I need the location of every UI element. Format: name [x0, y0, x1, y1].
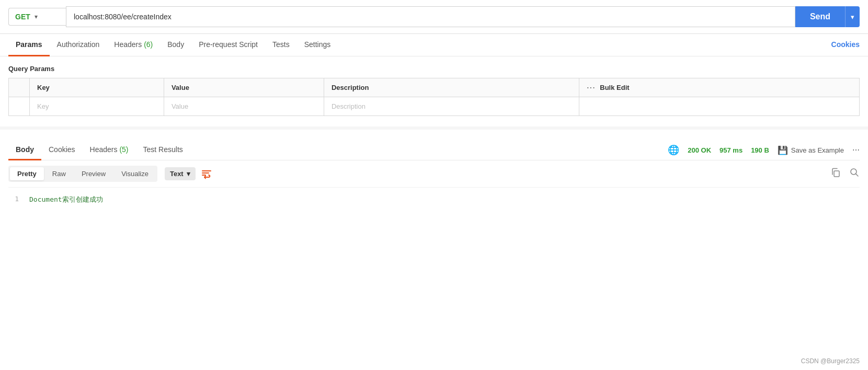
row-description[interactable]: Description	[324, 97, 579, 116]
format-bar: Pretty Raw Preview Visualize Text ▾	[8, 160, 860, 188]
url-bar: GET ▾ Send ▾	[0, 0, 868, 34]
text-chevron-icon: ▾	[187, 170, 190, 178]
globe-icon: 🌐	[668, 144, 679, 156]
save-as-example-button[interactable]: 💾 Save as Example	[778, 145, 844, 155]
section-divider	[0, 126, 868, 130]
format-tab-visualize[interactable]: Visualize	[114, 167, 156, 180]
tab-pre-request[interactable]: Pre-request Script	[191, 34, 265, 56]
method-selector[interactable]: GET ▾	[8, 8, 66, 26]
copy-button[interactable]	[830, 167, 841, 180]
response-tab-cookies[interactable]: Cookies	[41, 140, 83, 160]
response-size: 190 B	[751, 146, 769, 154]
description-col-header: Description	[324, 78, 579, 97]
response-tabs-row: Body Cookies Headers (5) Test Results 🌐 …	[8, 140, 860, 160]
url-input[interactable]	[66, 6, 795, 27]
query-params-title: Query Params	[8, 65, 860, 73]
svg-rect-3	[834, 171, 839, 177]
tab-authorization[interactable]: Authorization	[50, 34, 107, 56]
format-tabs: Pretty Raw Preview Visualize	[8, 166, 157, 182]
format-tab-raw[interactable]: Raw	[45, 167, 73, 180]
tab-settings[interactable]: Settings	[297, 34, 338, 56]
headers-badge: (6)	[144, 40, 153, 49]
line-content-1: Document索引创建成功	[29, 195, 103, 204]
send-dropdown-button[interactable]: ▾	[845, 6, 860, 27]
line-1: 1 Document索引创建成功	[8, 195, 860, 204]
text-type-selector[interactable]: Text ▾	[165, 167, 196, 180]
row-key[interactable]: Key	[30, 97, 164, 116]
overflow-icon[interactable]: ⋯	[852, 146, 860, 154]
format-tab-pretty[interactable]: Pretty	[10, 167, 44, 180]
svg-line-5	[856, 174, 859, 177]
tab-tests[interactable]: Tests	[265, 34, 297, 56]
tab-params[interactable]: Params	[8, 34, 50, 56]
row-bulk-edit	[579, 97, 860, 116]
search-button[interactable]	[849, 167, 860, 180]
save-icon: 💾	[778, 145, 788, 155]
action-icons	[830, 167, 860, 180]
tab-body[interactable]: Body	[160, 34, 191, 56]
request-tabs: Params Authorization Headers (6) Body Pr…	[0, 34, 868, 56]
query-params-section: Query Params Key Value Description ··· B…	[0, 56, 868, 116]
row-checkbox[interactable]	[9, 97, 30, 116]
method-label: GET	[15, 13, 30, 21]
send-btn-group: Send ▾	[795, 6, 860, 27]
response-tab-headers[interactable]: Headers (5)	[83, 140, 136, 160]
value-col-header: Value	[164, 78, 324, 97]
tab-headers[interactable]: Headers (6)	[107, 34, 160, 56]
response-tab-body[interactable]: Body	[8, 140, 41, 160]
checkbox-col-header	[9, 78, 30, 97]
dots-icon: ···	[587, 84, 596, 91]
key-col-header: Key	[30, 78, 164, 97]
params-table: Key Value Description ··· Bulk Edit	[8, 78, 860, 116]
response-meta: 🌐 200 OK 957 ms 190 B 💾 Save as Example …	[668, 144, 860, 156]
line-number-1: 1	[8, 195, 19, 203]
response-time: 957 ms	[719, 146, 743, 154]
response-headers-badge: (5)	[119, 145, 128, 154]
status-badge: 200 OK	[688, 146, 711, 154]
table-row: Key Value Description	[9, 97, 860, 116]
send-button[interactable]: Send	[795, 6, 845, 27]
row-value[interactable]: Value	[164, 97, 324, 116]
response-body: 1 Document索引创建成功	[8, 188, 860, 212]
cookies-link[interactable]: Cookies	[831, 34, 860, 56]
method-chevron-icon: ▾	[35, 13, 38, 20]
response-section: Body Cookies Headers (5) Test Results 🌐 …	[0, 140, 868, 212]
response-tab-test-results[interactable]: Test Results	[136, 140, 190, 160]
bulk-edit-header[interactable]: ··· Bulk Edit	[579, 78, 860, 97]
wrap-icon[interactable]	[201, 168, 212, 180]
format-tab-preview[interactable]: Preview	[74, 167, 113, 180]
